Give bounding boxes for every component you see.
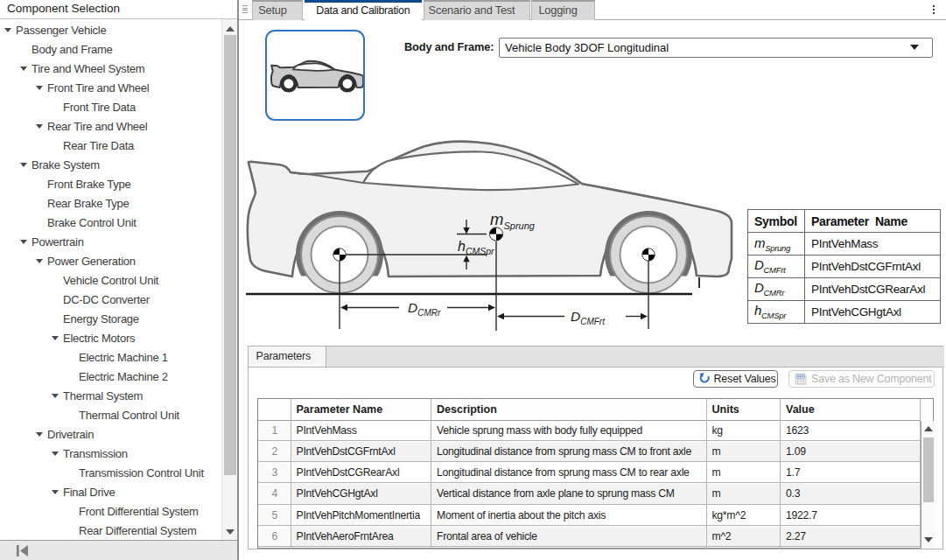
svg-text:DCMRr: DCMRr xyxy=(408,300,441,318)
svg-text:DCMFrt: DCMFrt xyxy=(571,309,606,326)
